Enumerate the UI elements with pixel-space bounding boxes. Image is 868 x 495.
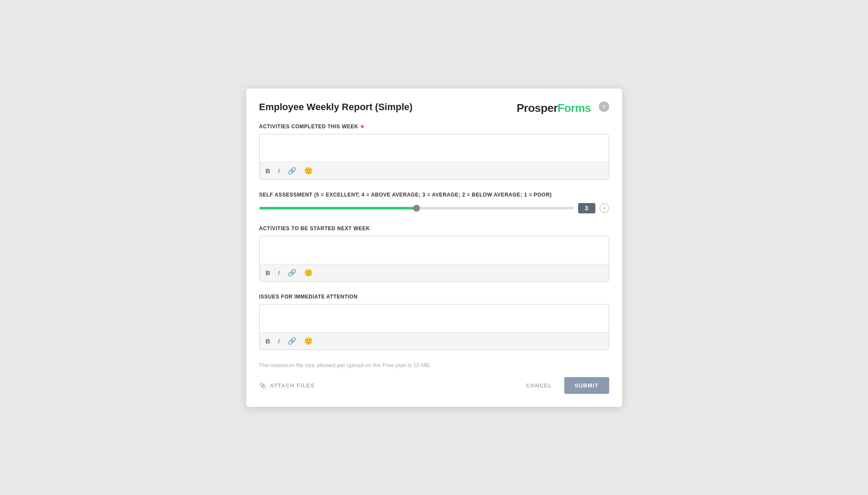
activities-completed-section: ACTIVITIES COMPLETED THIS WEEK★ B I 🔗 🙂 (259, 124, 609, 180)
activities-next-week-input[interactable] (260, 236, 609, 262)
self-assessment-section: SELF ASSESSMENT (5 = EXCELLENT; 4 = ABOV… (259, 192, 609, 213)
cancel-button[interactable]: CANCEL (519, 378, 559, 393)
bold-button-2[interactable]: B (265, 268, 271, 277)
emoji-button-1[interactable]: 🙂 (303, 166, 314, 176)
link-button-1[interactable]: 🔗 (287, 166, 297, 176)
brand-prosper: Prosper (517, 102, 558, 114)
bold-button-1[interactable]: B (265, 166, 271, 175)
italic-button-2[interactable]: I (277, 268, 280, 277)
self-assessment-label: SELF ASSESSMENT (5 = EXCELLENT; 4 = ABOV… (259, 192, 609, 198)
submit-button[interactable]: SUBMIT (564, 377, 609, 394)
link-button-2[interactable]: 🔗 (287, 268, 297, 278)
slider-track (259, 207, 574, 209)
emoji-icon-3: 🙂 (304, 337, 313, 345)
activities-next-week-section: ACTIVITIES TO BE STARTED NEXT WEEK B I 🔗… (259, 225, 609, 282)
italic-icon-1: I (278, 167, 280, 175)
file-info-text: The maximum file size allowed per upload… (259, 362, 609, 368)
emoji-button-3[interactable]: 🙂 (303, 336, 314, 346)
attach-label: ATTACH FILES (270, 382, 315, 389)
issues-label: ISSUES FOR IMMEDIATE ATTENTION (259, 294, 609, 300)
brand-forms: Forms (558, 102, 591, 114)
link-icon-1: 🔗 (288, 167, 296, 175)
form-title: Employee Weekly Report (Simple) (259, 102, 413, 113)
form-title-block: Employee Weekly Report (Simple) (259, 102, 413, 113)
form-modal: Employee Weekly Report (Simple) ProsperF… (246, 89, 622, 407)
activities-completed-toolbar: B I 🔗 🙂 (260, 162, 609, 179)
italic-button-1[interactable]: I (277, 166, 280, 175)
link-button-3[interactable]: 🔗 (287, 336, 297, 346)
bold-button-3[interactable]: B (265, 336, 271, 346)
activities-next-week-label: ACTIVITIES TO BE STARTED NEXT WEEK (259, 225, 609, 232)
emoji-icon-1: 🙂 (304, 167, 313, 175)
link-icon-2: 🔗 (288, 269, 296, 277)
form-footer: 📎 ATTACH FILES CANCEL SUBMIT (259, 377, 609, 394)
footer-actions: CANCEL SUBMIT (519, 377, 609, 394)
issues-toolbar: B I 🔗 🙂 (260, 332, 609, 349)
issues-input[interactable] (260, 305, 609, 330)
brand-logo: ProsperForms (517, 102, 591, 115)
issues-section: ISSUES FOR IMMEDIATE ATTENTION B I 🔗 🙂 (259, 294, 609, 350)
issues-editor: B I 🔗 🙂 (259, 304, 609, 350)
activities-completed-input[interactable] (260, 134, 609, 160)
header-right: ProsperForms × (517, 102, 609, 115)
attach-files-button[interactable]: 📎 ATTACH FILES (259, 382, 315, 389)
activities-next-week-editor: B I 🔗 🙂 (259, 236, 609, 282)
close-button[interactable]: × (599, 102, 609, 112)
paperclip-icon: 📎 (259, 382, 267, 389)
bold-icon-1: B (266, 167, 270, 175)
bold-icon-2: B (266, 269, 270, 276)
activities-completed-label: ACTIVITIES COMPLETED THIS WEEK★ (259, 124, 609, 130)
link-icon-3: 🔗 (288, 337, 296, 345)
slider-clear-button[interactable]: × (600, 203, 609, 213)
activities-next-week-toolbar: B I 🔗 🙂 (260, 264, 609, 281)
slider-row: 3 × (259, 203, 609, 213)
italic-icon-2: I (278, 269, 280, 276)
emoji-icon-2: 🙂 (304, 269, 313, 277)
required-star: ★ (360, 124, 365, 130)
emoji-button-2[interactable]: 🙂 (303, 268, 314, 278)
italic-icon-3: I (278, 337, 280, 345)
italic-button-3[interactable]: I (277, 336, 280, 346)
modal-header: Employee Weekly Report (Simple) ProsperF… (259, 102, 609, 115)
bold-icon-3: B (266, 337, 270, 345)
slider-value-badge: 3 (578, 203, 595, 213)
activities-completed-editor: B I 🔗 🙂 (259, 134, 609, 180)
